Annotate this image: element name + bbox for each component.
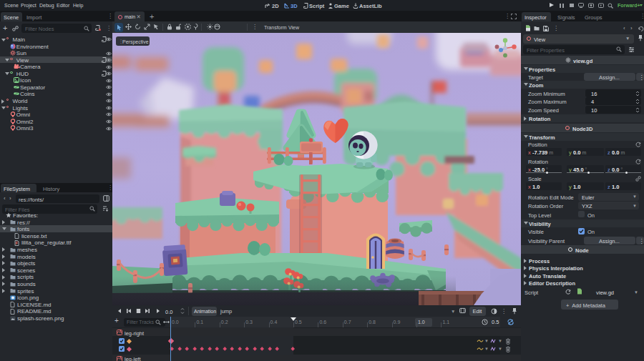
svg-text:⋮: ⋮	[119, 39, 124, 44]
svg-text:Perspective: Perspective	[122, 39, 149, 45]
